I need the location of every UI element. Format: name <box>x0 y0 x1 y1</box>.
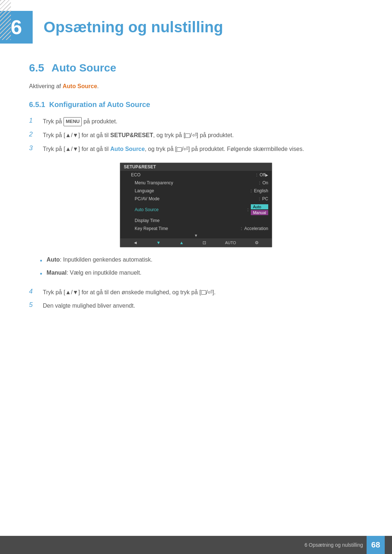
menu-row-language: Language : English <box>120 187 272 195</box>
footer-gear-icon: ⚙ <box>255 240 259 245</box>
page-header: 6 Opsætning og nulstilling <box>0 0 392 54</box>
activation-prefix: Aktivering af <box>29 83 62 89</box>
footer-section-text: 6 Opsætning og nulstilling <box>305 542 363 548</box>
bullet-auto: • Auto: Inputkilden genkendes automatisk… <box>40 257 363 266</box>
transparency-value: On <box>262 180 268 185</box>
chapter-number: 6 <box>11 17 22 37</box>
step-1-number: 1 <box>29 117 40 124</box>
bullet-manual: • Manual: Vælg en inputkilde manuelt. <box>40 270 363 279</box>
scroll-indicator: ▼ <box>120 233 272 238</box>
eco-value: Off <box>260 172 265 177</box>
menu-row-keyrepeat: Key Repeat Time : Acceleration <box>120 225 272 233</box>
steps-list: 1 Tryk på MENU på produktet. 2 Tryk på [… <box>29 117 363 153</box>
keyrepeat-value: Acceleration <box>244 226 268 231</box>
footer-enter-icon: ⊡ <box>203 240 206 245</box>
manual-text: : Vælg en inputkilde manuelt. <box>66 270 141 276</box>
monitor-screenshot: SETUP&RESET ECO : Off ▶ Menu Transparenc… <box>120 163 272 247</box>
step-3: 3 Tryk på [▲/▼] for at gå til Auto Sourc… <box>29 144 363 154</box>
enter-icon: ⏎ <box>192 132 197 138</box>
subsection-title: 6.5.1 Konfiguration af Auto Source <box>29 100 363 109</box>
steps-list-2: 4 Tryk på [▲/▼] for at gå til den ønsked… <box>29 288 363 311</box>
subsection-number: 6.5.1 <box>29 100 45 108</box>
auto-label: Auto <box>46 257 60 263</box>
bullet-auto-content: Auto: Inputkilden genkendes automatisk. <box>46 257 152 263</box>
square-icon-3 <box>201 290 206 295</box>
step-4-content: Tryk på [▲/▼] for at gå til den ønskede … <box>43 288 363 297</box>
monitor-menu: ECO : Off ▶ Menu Transparency : On Langu… <box>120 171 272 238</box>
footer-auto-label: AUTO <box>225 241 236 245</box>
menu-row-displaytime: Display Time <box>120 217 272 225</box>
menu-key: MENU <box>64 117 82 126</box>
bullet-manual-content: Manual: Vælg en inputkilde manuelt. <box>46 270 141 276</box>
manual-label: Manual <box>46 270 66 276</box>
step-3-content: Tryk på [▲/▼] for at gå til Auto Source,… <box>43 144 363 154</box>
chapter-title: Opsætning og nulstilling <box>44 19 223 36</box>
bullet-dot-1: • <box>40 257 42 266</box>
menu-row-pcav: PC/AV Mode : PC <box>120 195 272 203</box>
bullet-dot-2: • <box>40 270 42 279</box>
section-number: 6.5 <box>29 62 44 74</box>
eco-label: ECO <box>131 172 254 177</box>
step-1-content: Tryk på MENU på produktet. <box>43 117 363 126</box>
footer-up-icon: ▲ <box>179 240 184 245</box>
step-1: 1 Tryk på MENU på produktet. <box>29 117 363 126</box>
manual-value: Manual <box>251 210 268 215</box>
step-5-content: Den valgte mulighed bliver anvendt. <box>43 301 363 311</box>
enter-icon-3: ⏎ <box>208 289 212 295</box>
eco-arrow: ▶ <box>265 173 268 177</box>
auto-text: : Inputkilden genkendes automatisk. <box>60 257 152 263</box>
displaytime-label: Display Time <box>135 218 268 223</box>
transparency-label: Menu Transparency <box>135 180 257 185</box>
step-4: 4 Tryk på [▲/▼] for at gå til den ønsked… <box>29 288 363 297</box>
activation-suffix: . <box>97 83 99 89</box>
enter-icon-2: ⏎ <box>183 146 188 152</box>
pcav-label: PC/AV Mode <box>135 196 257 201</box>
autosource-values: Auto Manual <box>251 204 268 215</box>
step-2-content: Tryk på [▲/▼] for at gå til SETUP&RESET,… <box>43 131 363 140</box>
footer-left-icon: ◄ <box>133 240 138 245</box>
auto-source-highlight: Auto Source <box>110 146 145 152</box>
section-title-text: Auto Source <box>52 62 116 74</box>
activation-text: Aktivering af Auto Source. <box>29 83 363 90</box>
pcav-value: PC <box>262 196 268 201</box>
keyrepeat-label: Key Repeat Time <box>135 226 239 231</box>
activation-highlight: Auto Source <box>62 83 97 89</box>
step-2: 2 Tryk på [▲/▼] for at gå til SETUP&RESE… <box>29 131 363 140</box>
main-content: 6.5Auto Source Aktivering af Auto Source… <box>0 62 392 349</box>
autosource-label: Auto Source <box>135 207 245 212</box>
subsection-title-text: Konfiguration af Auto Source <box>49 100 150 108</box>
step-3-number: 3 <box>29 144 40 152</box>
language-value: English <box>254 188 268 193</box>
menu-row-autosource: ⚙ Auto Source : Auto Manual <box>120 203 272 217</box>
menu-row-eco: ECO : Off ▶ <box>120 171 272 179</box>
stripe-decoration <box>0 0 11 40</box>
bullet-list: • Auto: Inputkilden genkendes automatisk… <box>40 257 363 278</box>
step-4-number: 4 <box>29 288 40 295</box>
square-icon <box>185 134 190 138</box>
step-5-number: 5 <box>29 301 40 309</box>
monitor-footer: ◄ ▼ ▲ ⊡ AUTO ⚙ <box>120 238 272 247</box>
footer-page-number: 68 <box>367 536 385 554</box>
monitor-header: SETUP&RESET <box>120 163 272 171</box>
step-2-number: 2 <box>29 131 40 138</box>
language-label: Language <box>135 188 248 193</box>
step-5: 5 Den valgte mulighed bliver anvendt. <box>29 301 363 311</box>
section-title: 6.5Auto Source <box>29 62 363 74</box>
page-footer: 6 Opsætning og nulstilling 68 <box>0 536 392 554</box>
menu-row-transparency: Menu Transparency : On <box>120 179 272 187</box>
auto-value: Auto <box>251 204 268 209</box>
square-icon-2 <box>177 147 182 152</box>
footer-down-icon: ▼ <box>156 240 161 245</box>
setup-reset-highlight: SETUP&RESET <box>110 132 153 138</box>
